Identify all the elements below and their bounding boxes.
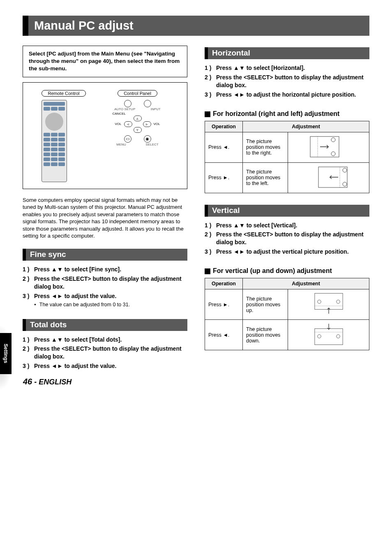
- vertical-subheading: For vertical (up and down) adjustment: [205, 267, 369, 275]
- vertical-steps: 1 )Press ▲▼ to select [Vertical]. 2 )Pre…: [205, 222, 369, 256]
- control-panel-icon: AUTO SETUPINPUT CANCEL ▵ VOL ◃ ▹ VOL ▿ ▭…: [107, 100, 168, 146]
- svg-rect-12: [314, 328, 342, 345]
- vertical-table: Operation Adjustment Press ►. The pictur…: [205, 278, 369, 350]
- page-number: 46: [23, 377, 32, 386]
- total-dots-steps: 1 )Press ▲▼ to select [Total dots]. 2 )P…: [23, 336, 187, 370]
- th-operation: Operation: [205, 278, 243, 289]
- control-panel-label: Control Panel: [118, 90, 157, 97]
- fine-sync-note: The value can be adjusted from 0 to 31.: [39, 302, 130, 308]
- table-row: Press ►. The picture position moves to t…: [205, 162, 369, 193]
- page-footer: 46 - ENGLISH: [23, 377, 71, 386]
- th-adjustment: Adjustment: [243, 121, 369, 132]
- remote-control-icon: [42, 100, 67, 182]
- horizontal-steps: 1 )Press ▲▼ to select [Horizontal]. 2 )P…: [205, 64, 369, 99]
- intro-instruction: Select [PC adjust] from the Main Menu (s…: [23, 46, 187, 77]
- th-adjustment: Adjustment: [243, 278, 369, 289]
- svg-rect-8: [314, 294, 342, 310]
- diagram-left-icon: [288, 162, 369, 193]
- vertical-heading: Vertical: [205, 205, 369, 217]
- diagram-right-icon: [288, 132, 369, 162]
- svg-point-3: [331, 152, 335, 156]
- svg-point-14: [317, 335, 321, 338]
- horizontal-heading: Horizontal: [205, 47, 369, 59]
- table-row: Press ◄. The picture position moves to t…: [205, 132, 369, 162]
- horizontal-subheading: For horizontal (right and left) adjustme…: [205, 110, 369, 118]
- th-operation: Operation: [205, 121, 243, 132]
- svg-point-2: [331, 138, 335, 142]
- svg-point-6: [343, 168, 347, 172]
- svg-point-15: [336, 335, 340, 338]
- table-row: Press ►. The picture position moves up.: [205, 289, 369, 320]
- diagram-down-icon: [288, 320, 369, 350]
- fine-sync-heading: Fine sync: [23, 249, 187, 261]
- controls-diagram: Remote Control Contr: [23, 82, 187, 189]
- page-title-bar: Manual PC adjust: [23, 16, 369, 36]
- horizontal-table: Operation Adjustment Press ◄. The pictur…: [205, 121, 369, 193]
- remote-control-label: Remote Control: [42, 90, 85, 97]
- page-title: Manual PC adjust: [34, 19, 364, 32]
- intro-body: Some computers employ special signal for…: [23, 197, 187, 240]
- svg-point-11: [336, 300, 340, 304]
- side-tab: Settings: [0, 333, 12, 374]
- svg-point-10: [317, 300, 321, 304]
- fine-sync-steps: 1 )Press ▲▼ to select [Fine sync]. 2 )Pr…: [23, 266, 187, 308]
- diagram-up-icon: [288, 289, 369, 320]
- svg-point-7: [343, 182, 347, 186]
- table-row: Press ◄. The picture position moves down…: [205, 320, 369, 350]
- total-dots-heading: Total dots: [23, 319, 187, 331]
